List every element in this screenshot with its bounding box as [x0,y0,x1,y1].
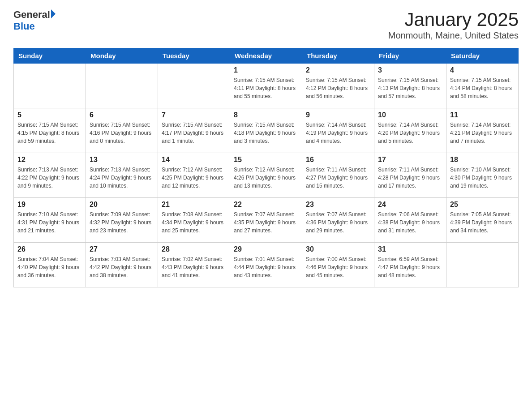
day-info: Sunrise: 7:12 AM Sunset: 4:25 PM Dayligh… [162,166,226,190]
day-info: Sunrise: 7:06 AM Sunset: 4:38 PM Dayligh… [378,210,442,235]
calendar-cell: 13Sunrise: 7:13 AM Sunset: 4:24 PM Dayli… [86,153,158,198]
calendar-week-row: 19Sunrise: 7:10 AM Sunset: 4:31 PM Dayli… [14,198,519,243]
calendar-cell: 22Sunrise: 7:07 AM Sunset: 4:35 PM Dayli… [230,198,302,243]
day-info: Sunrise: 7:15 AM Sunset: 4:18 PM Dayligh… [234,121,298,145]
day-number: 9 [306,111,370,119]
calendar-cell: 25Sunrise: 7:05 AM Sunset: 4:39 PM Dayli… [446,198,519,243]
header-sunday: Sunday [14,48,86,64]
day-number: 26 [17,245,82,253]
day-info: Sunrise: 7:03 AM Sunset: 4:42 PM Dayligh… [90,255,154,279]
calendar-cell: 23Sunrise: 7:07 AM Sunset: 4:36 PM Dayli… [302,198,374,243]
day-info: Sunrise: 7:08 AM Sunset: 4:34 PM Dayligh… [162,210,226,235]
day-info: Sunrise: 7:15 AM Sunset: 4:13 PM Dayligh… [378,76,442,100]
day-info: Sunrise: 7:07 AM Sunset: 4:35 PM Dayligh… [234,210,298,235]
calendar-cell: 30Sunrise: 7:00 AM Sunset: 4:46 PM Dayli… [302,243,374,287]
day-number: 23 [306,201,370,209]
logo-blue-text: Blue [13,21,56,32]
day-number: 25 [450,201,515,209]
day-number: 27 [90,245,154,253]
day-number: 30 [306,245,370,253]
day-info: Sunrise: 7:10 AM Sunset: 4:30 PM Dayligh… [450,166,515,190]
calendar-cell: 7Sunrise: 7:15 AM Sunset: 4:17 PM Daylig… [158,108,230,153]
day-number: 14 [162,156,226,164]
header-saturday: Saturday [446,48,519,64]
day-number: 1 [234,66,298,74]
day-info: Sunrise: 7:04 AM Sunset: 4:40 PM Dayligh… [17,255,82,279]
day-info: Sunrise: 7:15 AM Sunset: 4:11 PM Dayligh… [234,76,298,100]
day-info: Sunrise: 7:14 AM Sunset: 4:19 PM Dayligh… [306,121,370,145]
calendar-week-row: 1Sunrise: 7:15 AM Sunset: 4:11 PM Daylig… [14,64,519,108]
day-info: Sunrise: 7:02 AM Sunset: 4:43 PM Dayligh… [162,255,226,279]
calendar-table: SundayMondayTuesdayWednesdayThursdayFrid… [13,48,519,287]
day-info: Sunrise: 7:14 AM Sunset: 4:20 PM Dayligh… [378,121,442,145]
day-info: Sunrise: 7:15 AM Sunset: 4:16 PM Dayligh… [90,121,154,145]
day-info: Sunrise: 7:13 AM Sunset: 4:24 PM Dayligh… [90,166,154,190]
calendar-cell: 27Sunrise: 7:03 AM Sunset: 4:42 PM Dayli… [86,243,158,287]
logo-arrow-icon [51,9,56,18]
header-monday: Monday [86,48,158,64]
day-info: Sunrise: 7:12 AM Sunset: 4:26 PM Dayligh… [234,166,298,190]
day-number: 3 [378,66,442,74]
calendar-cell: 21Sunrise: 7:08 AM Sunset: 4:34 PM Dayli… [158,198,230,243]
day-info: Sunrise: 7:14 AM Sunset: 4:21 PM Dayligh… [450,121,515,145]
day-number: 16 [306,156,370,164]
day-number: 15 [234,156,298,164]
calendar-cell: 14Sunrise: 7:12 AM Sunset: 4:25 PM Dayli… [158,153,230,198]
page-header: General Blue January 2025 Monmouth, Main… [13,9,519,41]
day-number: 18 [450,156,515,164]
calendar-subtitle: Monmouth, Maine, United States [388,30,519,41]
calendar-cell [14,64,86,108]
day-number: 2 [306,66,370,74]
calendar-cell: 2Sunrise: 7:15 AM Sunset: 4:12 PM Daylig… [302,64,374,108]
day-number: 19 [17,201,82,209]
day-info: Sunrise: 7:10 AM Sunset: 4:31 PM Dayligh… [17,210,82,235]
day-info: Sunrise: 7:15 AM Sunset: 4:12 PM Dayligh… [306,76,370,100]
calendar-header-row: SundayMondayTuesdayWednesdayThursdayFrid… [14,48,519,64]
calendar-week-row: 12Sunrise: 7:13 AM Sunset: 4:22 PM Dayli… [14,153,519,198]
calendar-cell: 20Sunrise: 7:09 AM Sunset: 4:32 PM Dayli… [86,198,158,243]
calendar-title: January 2025 [388,9,519,30]
calendar-cell: 3Sunrise: 7:15 AM Sunset: 4:13 PM Daylig… [374,64,446,108]
header-friday: Friday [374,48,446,64]
day-number: 4 [450,66,515,74]
day-info: Sunrise: 7:01 AM Sunset: 4:44 PM Dayligh… [234,255,298,279]
logo: General Blue [13,9,56,32]
calendar-week-row: 26Sunrise: 7:04 AM Sunset: 4:40 PM Dayli… [14,243,519,287]
calendar-cell [446,243,519,287]
day-number: 13 [90,156,154,164]
day-number: 17 [378,156,442,164]
day-info: Sunrise: 7:07 AM Sunset: 4:36 PM Dayligh… [306,210,370,235]
title-area: January 2025 Monmouth, Maine, United Sta… [388,9,519,41]
day-number: 20 [90,201,154,209]
calendar-cell: 4Sunrise: 7:15 AM Sunset: 4:14 PM Daylig… [446,64,519,108]
day-info: Sunrise: 7:15 AM Sunset: 4:17 PM Dayligh… [162,121,226,145]
calendar-cell [158,64,230,108]
calendar-cell: 26Sunrise: 7:04 AM Sunset: 4:40 PM Dayli… [14,243,86,287]
day-number: 6 [90,111,154,119]
header-thursday: Thursday [302,48,374,64]
calendar-cell: 8Sunrise: 7:15 AM Sunset: 4:18 PM Daylig… [230,108,302,153]
day-number: 12 [17,156,82,164]
calendar-cell: 16Sunrise: 7:11 AM Sunset: 4:27 PM Dayli… [302,153,374,198]
calendar-cell: 31Sunrise: 6:59 AM Sunset: 4:47 PM Dayli… [374,243,446,287]
day-number: 8 [234,111,298,119]
logo-general-text: General [13,9,50,21]
calendar-cell: 18Sunrise: 7:10 AM Sunset: 4:30 PM Dayli… [446,153,519,198]
calendar-cell: 10Sunrise: 7:14 AM Sunset: 4:20 PM Dayli… [374,108,446,153]
calendar-cell: 28Sunrise: 7:02 AM Sunset: 4:43 PM Dayli… [158,243,230,287]
day-info: Sunrise: 7:11 AM Sunset: 4:28 PM Dayligh… [378,166,442,190]
day-info: Sunrise: 7:09 AM Sunset: 4:32 PM Dayligh… [90,210,154,235]
calendar-cell: 11Sunrise: 7:14 AM Sunset: 4:21 PM Dayli… [446,108,519,153]
day-info: Sunrise: 7:05 AM Sunset: 4:39 PM Dayligh… [450,210,515,235]
calendar-cell: 9Sunrise: 7:14 AM Sunset: 4:19 PM Daylig… [302,108,374,153]
calendar-cell: 17Sunrise: 7:11 AM Sunset: 4:28 PM Dayli… [374,153,446,198]
day-number: 24 [378,201,442,209]
calendar-cell [86,64,158,108]
day-info: Sunrise: 7:15 AM Sunset: 4:15 PM Dayligh… [17,121,82,145]
header-wednesday: Wednesday [230,48,302,64]
day-number: 22 [234,201,298,209]
header-tuesday: Tuesday [158,48,230,64]
day-info: Sunrise: 7:13 AM Sunset: 4:22 PM Dayligh… [17,166,82,190]
day-number: 31 [378,245,442,253]
calendar-cell: 19Sunrise: 7:10 AM Sunset: 4:31 PM Dayli… [14,198,86,243]
